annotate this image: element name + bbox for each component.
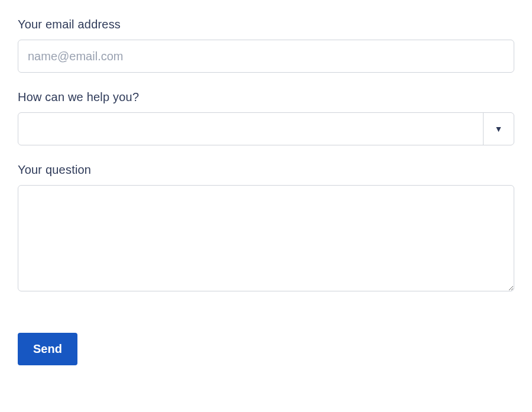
question-label: Your question (18, 163, 514, 177)
email-group: Your email address (18, 18, 514, 73)
question-field[interactable] (18, 185, 514, 291)
email-field[interactable] (18, 40, 514, 73)
help-topic-group: How can we help you? ▼ (18, 90, 514, 145)
email-label: Your email address (18, 18, 514, 31)
send-button[interactable]: Send (18, 333, 77, 365)
help-topic-select[interactable] (18, 113, 483, 145)
chevron-down-icon: ▼ (483, 113, 514, 145)
help-topic-label: How can we help you? (18, 90, 514, 104)
contact-form: Your email address How can we help you? … (18, 18, 514, 365)
question-group: Your question (18, 163, 514, 294)
help-topic-select-wrapper: ▼ (18, 112, 514, 145)
